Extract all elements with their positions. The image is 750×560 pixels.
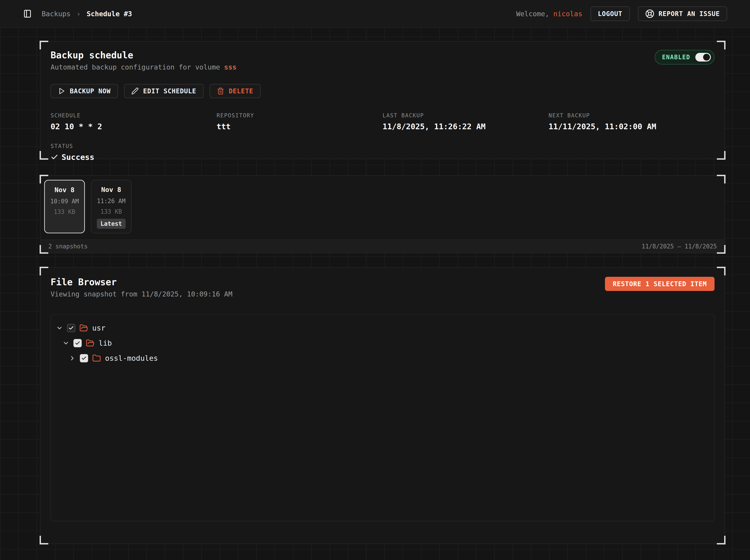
checkbox-ossl-modules[interactable] bbox=[80, 354, 88, 362]
toggle-knob bbox=[703, 54, 710, 61]
snapshot-size: 133 KB bbox=[45, 208, 84, 215]
corner-bracket bbox=[717, 41, 726, 49]
field-value: 11/8/2025, 11:26:22 AM bbox=[382, 122, 549, 131]
tree-row-ossl-modules: ossl-modules bbox=[56, 351, 709, 366]
corner-bracket bbox=[717, 267, 726, 276]
corner-bracket bbox=[40, 267, 48, 276]
snapshot-date: Nov 8 bbox=[45, 186, 84, 194]
logout-button[interactable]: LOGOUT bbox=[591, 6, 630, 21]
top-bar-right: Welcome, nicolas LOGOUT REPORT AN ISSUE bbox=[516, 6, 727, 21]
delete-label: DELETE bbox=[229, 87, 253, 95]
field-status: STATUS Success bbox=[51, 143, 217, 162]
snapshot-card-latest[interactable]: Nov 8 11:26 AM 133 KB Latest bbox=[91, 180, 132, 233]
field-schedule: SCHEDULE 02 10 * * 2 bbox=[51, 112, 217, 131]
corner-bracket bbox=[717, 245, 726, 254]
file-browser-panel: File Browser Viewing snapshot from 11/8/… bbox=[40, 267, 725, 544]
folder-open-icon bbox=[86, 339, 95, 347]
edit-schedule-button[interactable]: EDIT SCHEDULE bbox=[124, 84, 204, 98]
field-label: NEXT BACKUP bbox=[549, 112, 715, 119]
field-label: LAST BACKUP bbox=[382, 112, 549, 119]
snapshot-range: 11/8/2025 – 11/8/2025 bbox=[642, 243, 717, 250]
backup-now-button[interactable]: BACKUP NOW bbox=[51, 84, 118, 98]
breadcrumb-chevron-icon: › bbox=[76, 10, 81, 18]
chevron-down-icon[interactable] bbox=[56, 325, 63, 332]
delete-button[interactable]: DELETE bbox=[210, 84, 261, 98]
tree-row-lib: lib bbox=[56, 336, 709, 351]
play-icon bbox=[58, 87, 65, 95]
field-last-backup: LAST BACKUP 11/8/2025, 11:26:22 AM bbox=[382, 112, 549, 131]
volume-name: sss bbox=[224, 63, 237, 71]
checkbox-lib[interactable] bbox=[74, 339, 82, 347]
field-value: 11/11/2025, 11:02:00 AM bbox=[549, 122, 715, 131]
snapshots-footer: 2 snapshots 11/8/2025 – 11/8/2025 bbox=[40, 240, 725, 253]
breadcrumb-current: Schedule #3 bbox=[87, 10, 132, 18]
sidebar-toggle-button[interactable] bbox=[23, 9, 32, 18]
corner-bracket bbox=[717, 175, 726, 183]
status-text: Success bbox=[62, 153, 94, 162]
corner-bracket bbox=[40, 151, 48, 160]
breadcrumb: Backups › Schedule #3 bbox=[42, 10, 132, 18]
panel-title: Backup schedule bbox=[51, 50, 714, 60]
file-browser-titles: File Browser Viewing snapshot from 11/8/… bbox=[51, 277, 233, 298]
enabled-toggle[interactable] bbox=[695, 53, 711, 62]
enabled-label: ENABLED bbox=[662, 54, 690, 61]
restore-button[interactable]: RESTORE 1 SELECTED ITEM bbox=[605, 277, 714, 291]
corner-bracket bbox=[40, 175, 48, 183]
field-next-backup: NEXT BACKUP 11/11/2025, 11:02:00 AM bbox=[549, 112, 715, 131]
field-label: REPOSITORY bbox=[217, 112, 383, 119]
panel-subtitle: Automated backup configuration for volum… bbox=[51, 63, 714, 71]
top-bar: Backups › Schedule #3 Welcome, nicolas L… bbox=[0, 0, 750, 28]
enabled-pill: ENABLED bbox=[655, 50, 714, 64]
file-tree: usr lib ossl-modules bbox=[51, 314, 714, 521]
corner-bracket bbox=[717, 151, 726, 160]
snapshot-time: 10:09 AM bbox=[45, 198, 84, 205]
snapshot-cards: Nov 8 10:09 AM 133 KB Nov 8 11:26 AM 133… bbox=[44, 180, 721, 233]
corner-bracket bbox=[40, 41, 48, 49]
top-bar-left: Backups › Schedule #3 bbox=[23, 9, 132, 18]
chevron-down-icon[interactable] bbox=[62, 340, 69, 346]
tree-label[interactable]: ossl-modules bbox=[105, 354, 158, 363]
field-repository: REPOSITORY ttt bbox=[217, 112, 383, 131]
field-value: ttt bbox=[217, 122, 383, 131]
welcome-text: Welcome, nicolas bbox=[516, 10, 582, 18]
logout-label: LOGOUT bbox=[598, 10, 622, 18]
life-buoy-icon bbox=[645, 9, 654, 18]
schedule-fields: SCHEDULE 02 10 * * 2 REPOSITORY ttt LAST… bbox=[51, 112, 714, 162]
snapshot-date: Nov 8 bbox=[91, 186, 131, 194]
subtitle-prefix: Automated backup configuration for volum… bbox=[51, 63, 224, 71]
backup-now-label: BACKUP NOW bbox=[70, 87, 111, 95]
tree-label[interactable]: usr bbox=[92, 324, 105, 333]
sidebar-panel-icon bbox=[23, 9, 32, 18]
check-icon bbox=[51, 153, 58, 161]
backup-schedule-panel: Backup schedule Automated backup configu… bbox=[40, 41, 725, 159]
tree-label[interactable]: lib bbox=[99, 339, 112, 347]
corner-bracket bbox=[717, 536, 726, 544]
report-issue-button[interactable]: REPORT AN ISSUE bbox=[638, 6, 727, 21]
corner-bracket bbox=[40, 536, 48, 544]
username: nicolas bbox=[553, 10, 582, 18]
folder-open-icon bbox=[79, 324, 88, 333]
latest-badge: Latest bbox=[97, 219, 125, 229]
field-label: STATUS bbox=[51, 143, 217, 149]
checkbox-usr[interactable] bbox=[67, 324, 75, 332]
snapshot-size: 133 KB bbox=[91, 208, 131, 215]
report-issue-label: REPORT AN ISSUE bbox=[658, 10, 720, 18]
breadcrumb-backups[interactable]: Backups bbox=[42, 10, 71, 18]
snapshot-count: 2 snapshots bbox=[48, 243, 87, 250]
folder-closed-icon bbox=[92, 354, 101, 363]
corner-bracket bbox=[40, 245, 48, 254]
edit-schedule-label: EDIT SCHEDULE bbox=[143, 87, 196, 95]
field-label: SCHEDULE bbox=[51, 112, 217, 119]
chevron-right-icon[interactable] bbox=[69, 355, 76, 362]
file-browser-header: File Browser Viewing snapshot from 11/8/… bbox=[51, 277, 714, 298]
tree-row-usr: usr bbox=[56, 320, 709, 336]
snapshots-panel: Nov 8 10:09 AM 133 KB Nov 8 11:26 AM 133… bbox=[40, 175, 725, 253]
snapshot-time: 11:26 AM bbox=[91, 198, 131, 204]
status-value: Success bbox=[51, 153, 217, 162]
pencil-icon bbox=[131, 87, 139, 95]
file-browser-subtitle: Viewing snapshot from 11/8/2025, 10:09:1… bbox=[51, 290, 233, 298]
field-value: 02 10 * * 2 bbox=[51, 122, 217, 131]
snapshot-card-selected[interactable]: Nov 8 10:09 AM 133 KB bbox=[44, 180, 85, 233]
file-browser-title: File Browser bbox=[51, 277, 233, 287]
trash-icon bbox=[217, 87, 224, 95]
